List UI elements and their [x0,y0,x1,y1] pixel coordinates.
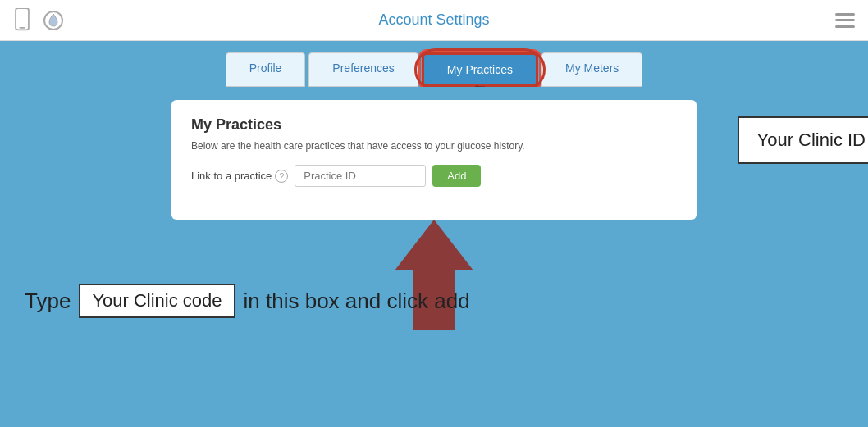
instruction-row: Type Your Clinic code in this box and cl… [25,284,470,318]
header-left-icons [13,8,64,33]
menu-icon[interactable] [835,13,855,28]
link-practice-row: Link to a practice ? Add [191,165,677,187]
tab-my-meters[interactable]: My Meters [541,52,642,87]
tab-profile[interactable]: Profile [226,52,306,87]
my-practices-card: My Practices Below are the health care p… [171,100,697,220]
link-label-text: Link to a practice [191,170,272,182]
waterdrop-icon [43,10,64,31]
svg-rect-1 [19,26,25,28]
help-icon[interactable]: ? [275,170,288,183]
page-title: Account Settings [378,11,489,29]
tab-preferences[interactable]: Preferences [308,52,418,87]
instruction-prefix: Type [25,288,71,314]
clinic-id-callout: Your Clinic ID [738,116,868,164]
practice-id-input[interactable] [295,165,426,187]
tab-my-practices-wrapper: My Practices ☞ [420,52,540,87]
tab-bar: Profile Preferences My Practices ☞ My Me… [0,41,868,87]
add-button[interactable]: Add [432,165,481,187]
card-title: My Practices [191,116,677,134]
clinic-code-callout: Your Clinic code [79,284,235,318]
phone-icon [13,8,31,33]
main-content: My Practices Below are the health care p… [0,87,868,343]
instruction-suffix: in this box and click add [244,288,470,314]
card-description: Below are the health care practices that… [191,140,677,152]
arrow-head [395,220,473,270]
svg-rect-0 [16,8,29,30]
link-label: Link to a practice ? [191,170,288,183]
app-header: Account Settings [0,0,868,41]
